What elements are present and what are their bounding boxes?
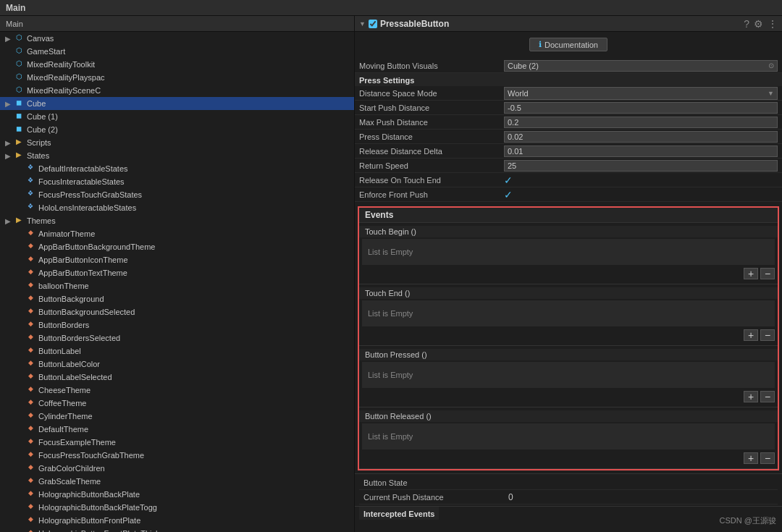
tree-icon-anim: ◆ [25,528,36,532]
tree-item[interactable]: ◆GrabColorChildren [0,462,354,475]
tree-item[interactable]: ▶▶Scripts [0,136,354,149]
tree-item[interactable]: ◆ButtonBackground [0,292,354,305]
tree-label: AppBarButtonBackgroundTheme [38,242,155,251]
left-panel: Main ▶⬡Canvas⬡GameStart⬡MixedRealityTool… [0,16,355,532]
tree-item[interactable]: ◆ButtonLabelSelected [0,371,354,384]
tree-item[interactable]: ◆AppBarButtonIconTheme [0,253,354,266]
tree-item[interactable]: ◆ButtonBorders [0,318,354,332]
tree-item[interactable]: ◆FocusExampleTheme [0,436,354,449]
tree-item[interactable]: ▶▶Themes [0,214,354,227]
tree-item[interactable]: ❖FocusPressTouch​GrabStates [0,188,354,201]
tree-item[interactable]: ◆ButtonLabel [0,345,354,358]
max-push-distance-input[interactable] [504,117,778,128]
tree-item[interactable]: ◆CheeseTheme [0,384,354,397]
tree-item[interactable]: ◆ButtonBackgroundSelected [0,305,354,318]
tree-label: Cube [27,99,46,108]
tree-item[interactable]: ◆AppBarButtonBackgroundTheme [0,240,354,253]
tree-item[interactable]: ◆GrabScaleTheme [0,475,354,488]
tree-item[interactable]: ⬡MixedRealityToolkit [0,58,354,71]
distance-space-mode-label: Distance Space Mode [359,89,504,98]
tree-icon-anim: ◆ [25,359,36,369]
tree-label: Canvas [27,34,54,43]
tree-item[interactable]: ⬡GameStart [0,45,354,58]
settings-icon[interactable]: ⚙ [754,18,763,30]
tree-item[interactable]: ◆FocusPressTouchGrabTheme [0,449,354,462]
tree-icon-cube: ◼ [13,124,25,135]
window-title: Main [6,3,25,13]
button-pressed-remove-button[interactable]: − [760,391,775,402]
release-distance-delta-value [504,145,778,157]
start-push-distance-label: Start Push Distance [359,104,504,112]
tree-item[interactable]: ◆CoffeeTheme [0,397,354,410]
tree-label: HolographicButtonBackPlate [38,490,140,499]
button-released-remove-button[interactable]: − [760,452,775,464]
tree-label: HolographicButtonFrontPlate [38,516,140,525]
tree-item[interactable]: ▶⬡Canvas [0,32,354,45]
tree-item[interactable]: ◼Cube (1) [0,110,354,123]
tree-item[interactable]: ❖FocusInteractableStates [0,175,354,188]
tree-item[interactable]: ◆ButtonBordersSelected [0,332,354,345]
return-speed-input[interactable] [504,160,778,172]
tree-item[interactable]: ❖DefaultInteractableStates [0,162,354,175]
obj-ref-icon: ⊙ [768,62,774,69]
tree-label: FocusExampleTheme [38,438,116,447]
touch-end-remove-button[interactable]: − [760,329,775,341]
tree-item[interactable]: ◆AnimatorTheme [0,227,354,240]
start-push-distance-input[interactable] [504,102,778,114]
return-speed-value [504,160,778,172]
tree-item[interactable]: ◆balloonTheme [0,279,354,292]
documentation-button[interactable]: ℹ Documentation [529,38,607,51]
touch-end-label: Touch End () [359,287,778,299]
tree-label: HoloLensInteractableStates [38,203,136,212]
tree-item[interactable]: ▶▶States [0,149,354,162]
tree-icon-anim: ◆ [25,346,36,356]
button-released-label: Button Released () [359,410,778,422]
tree-item[interactable]: ⬡MixedRealityPlayspac [0,71,354,84]
tree-item[interactable]: ◆ButtonLabelColor [0,358,354,371]
button-released-group: Button Released () List is Empty + − [359,408,778,469]
tree-icon-anim: ◆ [25,229,36,239]
tree-item[interactable]: ◆DefaultTheme [0,423,354,436]
touch-end-add-button[interactable]: + [744,329,758,341]
tree-item[interactable]: ◆HolographicButtonBackPlateTogg [0,501,354,514]
tree-item[interactable]: ⬡MixedRealitySceneC [0,84,354,97]
button-pressed-add-button[interactable]: + [744,391,758,402]
tree-icon-anim: ◆ [25,398,36,408]
doc-label: Documentation [545,41,598,49]
tree-label: ButtonLabelSelected [38,373,112,381]
tree-icon-anim: ◆ [25,372,36,382]
button-state-row: Button State [359,476,778,490]
tree-icon-cube: ◼ [13,111,25,122]
touch-begin-add-button[interactable]: + [744,268,758,279]
tree-label: HolographicButtonFrontPlateThick [38,529,160,532]
press-distance-input[interactable] [504,131,778,143]
tree-label: GrabScaleTheme [38,477,101,486]
touch-end-group: Touch End () List is Empty + − [359,284,778,346]
enforce-front-push-checkbox[interactable]: ✓ [504,189,513,200]
release-distance-delta-input[interactable] [504,145,778,157]
tree-item[interactable]: ◆HolographicButtonBackPlate [0,488,354,501]
more-icon[interactable]: ⋮ [768,18,778,30]
tree-arrow: ▶ [3,100,13,108]
tree-item[interactable]: ◆HolographicButtonFrontPlate [0,514,354,527]
tree-item[interactable]: ▶◼Cube [0,97,354,110]
tree-item[interactable]: ❖HoloLensInteractableStates [0,201,354,214]
component-enable-checkbox[interactable] [369,20,377,28]
help-icon[interactable]: ? [744,18,749,30]
release-on-touch-end-checkbox[interactable]: ✓ [504,174,513,186]
tree-icon-anim: ◆ [25,515,36,525]
button-released-add-button[interactable]: + [744,452,758,464]
tree-icon-anim: ◆ [25,281,36,291]
tree-item[interactable]: ◼Cube (2) [0,123,354,136]
tree-item[interactable]: ◆CylinderTheme [0,410,354,423]
touch-begin-remove-button[interactable]: − [760,268,775,279]
moving-button-visuals-field[interactable]: Cube (2) ⊙ [504,60,778,72]
tree-label: ButtonBordersSelected [38,334,120,342]
tree-icon-anim: ◆ [25,463,36,473]
properties-section: Moving Button Visuals Cube (2) ⊙ Press S… [355,57,782,203]
touch-end-controls: + − [359,328,778,342]
tree-item[interactable]: ◆AppBarButtonTextTheme [0,266,354,279]
tree-item[interactable]: ◆HolographicButtonFrontPlateThick [0,527,354,532]
release-on-touch-end-value: ✓ [504,174,778,186]
distance-space-mode-dropdown[interactable]: World ▼ [504,87,778,100]
